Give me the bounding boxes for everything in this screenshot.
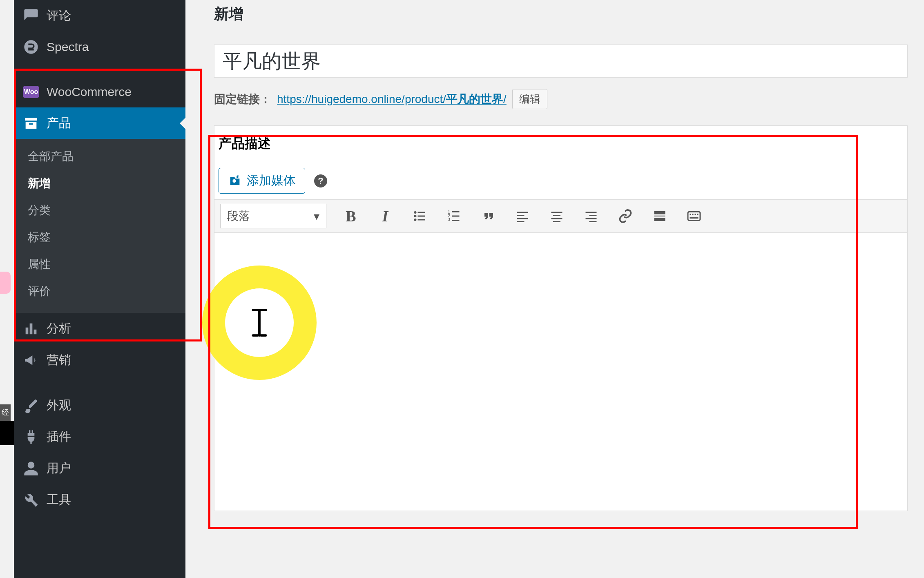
sidebar-label: WooCommerce — [47, 85, 132, 99]
camera-music-icon — [228, 174, 242, 188]
toolbar-blockquote-button[interactable] — [475, 205, 501, 227]
sidebar-item-woocommerce[interactable]: Woo WooCommerce — [14, 76, 185, 107]
submenu-attributes[interactable]: 属性 — [14, 251, 185, 278]
sidebar-label: 用户 — [47, 460, 71, 477]
format-dropdown[interactable]: 段落 ▾ — [220, 204, 326, 228]
align-left-icon — [515, 209, 530, 223]
toolbar-kitchen-sink-button[interactable] — [681, 205, 707, 227]
svg-rect-16 — [517, 221, 524, 222]
admin-sidebar: 评论 Spectra Woo WooCommerce 产品 全部产品 新增 分类… — [14, 0, 185, 578]
svg-rect-2 — [418, 212, 425, 213]
sidebar-item-appearance[interactable]: 外观 — [14, 390, 185, 421]
svg-rect-28 — [688, 212, 700, 221]
editor-section-title: 产品描述 — [214, 126, 907, 162]
toolbar-link-button[interactable] — [612, 205, 638, 227]
left-pink-tab[interactable] — [0, 272, 11, 294]
spectra-icon — [23, 39, 39, 55]
svg-point-1 — [414, 211, 417, 214]
sidebar-item-analytics[interactable]: 分析 — [14, 313, 185, 344]
numbered-list-icon: 123 — [446, 209, 461, 223]
woocommerce-icon: Woo — [23, 84, 39, 100]
svg-rect-13 — [517, 212, 528, 213]
svg-text:3: 3 — [448, 217, 450, 222]
plug-icon — [23, 429, 39, 445]
sidebar-item-comments[interactable]: 评论 — [14, 0, 185, 31]
annotation-yellow-ring — [202, 266, 317, 380]
submenu-add-new[interactable]: 新增 — [14, 170, 185, 197]
svg-rect-15 — [517, 218, 528, 219]
permalink-row: 固定链接： https://huigedemo.online/product/平… — [214, 89, 908, 117]
sidebar-label: 工具 — [47, 491, 71, 508]
add-media-button[interactable]: 添加媒体 — [219, 168, 305, 194]
sidebar-label: 插件 — [47, 428, 71, 445]
product-title-input[interactable] — [214, 45, 908, 78]
format-selected-label: 段落 — [227, 208, 250, 224]
sidebar-item-spectra[interactable]: Spectra — [14, 31, 185, 62]
woo-badge: Woo — [23, 86, 39, 98]
read-more-icon — [652, 209, 667, 223]
svg-rect-29 — [690, 214, 691, 215]
svg-rect-14 — [517, 215, 524, 216]
toolbar-align-center-button[interactable] — [544, 205, 570, 227]
sidebar-item-plugins[interactable]: 插件 — [14, 421, 185, 453]
left-black-strip — [0, 421, 14, 445]
svg-point-0 — [24, 40, 38, 54]
svg-rect-21 — [586, 212, 597, 213]
sidebar-label: 产品 — [47, 115, 71, 132]
permalink-base: https://huigedemo.online/product/ — [277, 93, 446, 105]
svg-rect-26 — [654, 216, 665, 217]
chevron-down-icon: ▾ — [314, 210, 319, 223]
permalink-trail: / — [503, 93, 507, 105]
toolbar-bullet-list-button[interactable] — [406, 205, 433, 227]
permalink-slug: 平凡的世界 — [446, 93, 503, 105]
sidebar-label: 评论 — [47, 7, 71, 24]
brush-icon — [23, 397, 39, 414]
toolbar-bold-button[interactable]: B — [338, 205, 364, 227]
toolbar-align-right-button[interactable] — [578, 205, 604, 227]
permalink-url[interactable]: https://huigedemo.online/product/平凡的世界/ — [277, 91, 507, 107]
svg-rect-25 — [654, 211, 665, 214]
svg-rect-30 — [692, 214, 694, 215]
svg-rect-23 — [586, 218, 597, 219]
help-icon[interactable]: ? — [314, 174, 327, 187]
submenu-tags[interactable]: 标签 — [14, 224, 185, 251]
toolbar-italic-button[interactable]: I — [372, 205, 398, 227]
wrench-icon — [23, 492, 39, 508]
svg-rect-24 — [589, 221, 597, 222]
sidebar-item-users[interactable]: 用户 — [14, 453, 185, 484]
toolbar-numbered-list-button[interactable]: 123 — [441, 205, 467, 227]
left-stub-label: 经 — [0, 404, 11, 421]
submenu-all-products[interactable]: 全部产品 — [14, 143, 185, 170]
svg-rect-27 — [654, 218, 665, 221]
text-cursor-icon — [250, 308, 269, 337]
permalink-label: 固定链接： — [214, 91, 271, 107]
editor-content-area[interactable] — [214, 233, 907, 511]
toolbar-read-more-button[interactable] — [647, 205, 673, 227]
svg-point-5 — [414, 219, 417, 221]
toolbar-align-left-button[interactable] — [509, 205, 536, 227]
page-heading: 新增 — [214, 4, 908, 24]
add-media-label: 添加媒体 — [247, 172, 296, 189]
svg-rect-6 — [418, 219, 425, 221]
editor-toolbar: 段落 ▾ B I 123 — [214, 200, 907, 233]
sidebar-item-products[interactable]: 产品 — [14, 107, 185, 139]
svg-rect-32 — [697, 214, 699, 215]
submenu-reviews[interactable]: 评价 — [14, 278, 185, 305]
svg-rect-31 — [695, 214, 696, 215]
sidebar-label: Spectra — [47, 40, 89, 54]
bullet-list-icon — [412, 209, 427, 223]
svg-rect-22 — [589, 215, 597, 216]
sidebar-label: 分析 — [47, 320, 71, 337]
sidebar-item-marketing[interactable]: 营销 — [14, 344, 185, 376]
sidebar-label: 外观 — [47, 397, 71, 414]
sidebar-label: 营销 — [47, 352, 71, 368]
svg-rect-17 — [551, 212, 562, 213]
keyboard-icon — [687, 209, 701, 223]
products-submenu: 全部产品 新增 分类 标签 属性 评价 — [14, 139, 185, 313]
svg-rect-19 — [551, 218, 562, 219]
permalink-edit-button[interactable]: 编辑 — [512, 89, 547, 109]
sidebar-item-tools[interactable]: 工具 — [14, 484, 185, 516]
submenu-categories[interactable]: 分类 — [14, 197, 185, 224]
align-right-icon — [584, 209, 598, 223]
editor-media-row: 添加媒体 ? — [214, 162, 907, 200]
